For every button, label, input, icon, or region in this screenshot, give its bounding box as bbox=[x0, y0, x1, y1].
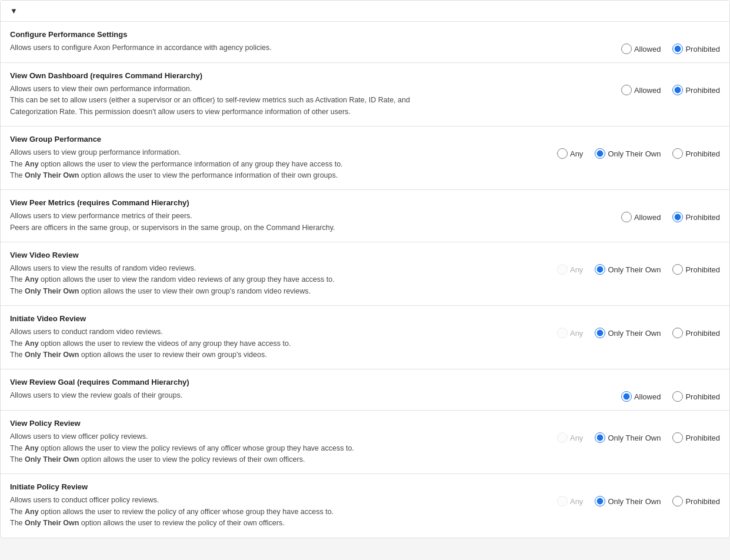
permission-title-initiate-video-review: Initiate Video Review bbox=[10, 314, 720, 323]
radio-allowed-view-peer-metrics[interactable] bbox=[621, 212, 632, 222]
radio-prohibited-view-policy-review[interactable] bbox=[672, 432, 683, 443]
permission-group-initiate-policy-review: Initiate Policy ReviewAllows users to co… bbox=[1, 474, 729, 537]
permission-desc-text-configure-performance: Allows users to configure Axon Performan… bbox=[10, 42, 451, 54]
permission-controls-view-video-review: AnyOnly Their OwnProhibited bbox=[496, 263, 720, 275]
permission-row-initiate-video-review: Allows users to conduct random video rev… bbox=[10, 326, 720, 361]
radio-prohibited-view-own-dashboard[interactable] bbox=[672, 85, 683, 95]
label-any-view-policy-review: Any bbox=[570, 434, 583, 442]
permission-controls-view-group-performance: AnyOnly Their OwnProhibited bbox=[496, 147, 720, 159]
permission-desc-text-view-peer-metrics: Allows users to view performance metrics… bbox=[10, 211, 451, 234]
radio-ownonly-view-policy-review[interactable] bbox=[595, 432, 605, 443]
radio-group-prohibited-initiate-video-review: Prohibited bbox=[672, 328, 720, 338]
label-any-view-video-review: Any bbox=[570, 265, 583, 274]
radio-allowed-configure-performance[interactable] bbox=[621, 44, 632, 54]
radio-group-prohibited-view-group-performance: Prohibited bbox=[672, 148, 720, 159]
radio-group-allowed-view-own-dashboard: Allowed bbox=[621, 85, 661, 95]
permission-desc-view-policy-review: Allows users to view officer policy revi… bbox=[10, 431, 496, 465]
permission-row-view-peer-metrics: Allows users to view performance metrics… bbox=[10, 211, 720, 234]
permission-desc-initiate-video-review: Allows users to conduct random video rev… bbox=[10, 326, 496, 361]
permission-desc-text-view-own-dashboard: Allows users to view their own performan… bbox=[10, 84, 451, 118]
label-prohibited-view-own-dashboard: Prohibited bbox=[685, 86, 720, 95]
permissions-list: Configure Performance SettingsAllows use… bbox=[1, 21, 729, 538]
radio-any-initiate-video-review bbox=[557, 328, 568, 338]
label-prohibited-initiate-video-review: Prohibited bbox=[685, 329, 720, 338]
radio-group-any-view-policy-review: Any bbox=[557, 432, 583, 443]
label-any-initiate-video-review: Any bbox=[570, 329, 583, 338]
permission-desc-text-initiate-policy-review: Allows users to conduct officer policy r… bbox=[10, 495, 451, 529]
radio-group-allowed-view-review-goal: Allowed bbox=[621, 391, 661, 402]
permission-group-view-policy-review: View Policy ReviewAllows users to view o… bbox=[1, 410, 729, 474]
permission-controls-initiate-video-review: AnyOnly Their OwnProhibited bbox=[496, 326, 720, 338]
radio-any-view-group-performance[interactable] bbox=[557, 148, 568, 159]
radio-any-view-policy-review bbox=[557, 432, 568, 443]
label-ownonly-view-group-performance: Only Their Own bbox=[608, 149, 661, 158]
permissions-container: ▼ Configure Performance SettingsAllows u… bbox=[0, 0, 730, 538]
radio-prohibited-initiate-policy-review[interactable] bbox=[672, 496, 683, 506]
permission-title-view-video-review: View Video Review bbox=[10, 251, 720, 259]
permission-group-view-group-performance: View Group PerformanceAllows users to vi… bbox=[1, 126, 729, 189]
radio-group-any-initiate-policy-review: Any bbox=[557, 496, 583, 506]
radio-ownonly-view-group-performance[interactable] bbox=[595, 148, 605, 159]
permission-title-configure-performance: Configure Performance Settings bbox=[10, 30, 720, 39]
radio-ownonly-initiate-video-review[interactable] bbox=[595, 328, 605, 338]
permission-desc-text-view-video-review: Allows users to view the results of rand… bbox=[10, 263, 451, 297]
label-prohibited-view-group-performance: Prohibited bbox=[685, 149, 720, 158]
radio-group-ownonly-view-video-review: Only Their Own bbox=[595, 264, 661, 275]
permission-group-view-video-review: View Video ReviewAllows users to view th… bbox=[1, 242, 729, 305]
permission-desc-text-view-policy-review: Allows users to view officer policy revi… bbox=[10, 431, 451, 465]
radio-group-ownonly-view-policy-review: Only Their Own bbox=[595, 432, 661, 443]
permission-desc-view-peer-metrics: Allows users to view performance metrics… bbox=[10, 211, 496, 234]
radio-group-any-view-group-performance: Any bbox=[557, 148, 583, 159]
permission-desc-text-initiate-video-review: Allows users to conduct random video rev… bbox=[10, 326, 451, 361]
permission-title-initiate-policy-review: Initiate Policy Review bbox=[10, 482, 720, 491]
permission-group-view-own-dashboard: View Own Dashboard (requires Command Hie… bbox=[1, 62, 729, 126]
radio-ownonly-initiate-policy-review[interactable] bbox=[595, 496, 605, 506]
radio-group-prohibited-view-policy-review: Prohibited bbox=[672, 432, 720, 443]
section-header[interactable]: ▼ bbox=[1, 1, 729, 21]
permission-controls-view-own-dashboard: AllowedProhibited bbox=[496, 84, 720, 95]
permission-controls-view-review-goal: AllowedProhibited bbox=[496, 390, 720, 402]
radio-allowed-view-review-goal[interactable] bbox=[621, 391, 632, 402]
permission-group-configure-performance: Configure Performance SettingsAllows use… bbox=[1, 21, 729, 62]
radio-group-prohibited-view-own-dashboard: Prohibited bbox=[672, 85, 720, 95]
permission-title-view-review-goal: View Review Goal (requires Command Hiera… bbox=[10, 378, 720, 386]
label-ownonly-initiate-video-review: Only Their Own bbox=[608, 329, 661, 338]
permission-group-initiate-video-review: Initiate Video ReviewAllows users to con… bbox=[1, 305, 729, 369]
permission-row-view-video-review: Allows users to view the results of rand… bbox=[10, 263, 720, 297]
radio-ownonly-view-video-review[interactable] bbox=[595, 264, 605, 275]
radio-prohibited-configure-performance[interactable] bbox=[672, 44, 683, 54]
permission-group-view-review-goal: View Review Goal (requires Command Hiera… bbox=[1, 369, 729, 410]
radio-prohibited-view-peer-metrics[interactable] bbox=[672, 212, 683, 222]
permission-title-view-group-performance: View Group Performance bbox=[10, 135, 720, 144]
label-allowed-configure-performance: Allowed bbox=[634, 45, 661, 54]
radio-group-allowed-configure-performance: Allowed bbox=[621, 44, 661, 54]
permission-controls-initiate-policy-review: AnyOnly Their OwnProhibited bbox=[496, 495, 720, 506]
permission-desc-text-view-review-goal: Allows users to view the review goals of… bbox=[10, 390, 451, 401]
permission-desc-initiate-policy-review: Allows users to conduct officer policy r… bbox=[10, 495, 496, 529]
radio-group-prohibited-initiate-policy-review: Prohibited bbox=[672, 496, 720, 506]
permission-row-view-policy-review: Allows users to view officer policy revi… bbox=[10, 431, 720, 465]
radio-prohibited-view-review-goal[interactable] bbox=[672, 391, 683, 402]
permission-controls-view-policy-review: AnyOnly Their OwnProhibited bbox=[496, 431, 720, 443]
radio-group-any-initiate-video-review: Any bbox=[557, 328, 583, 338]
label-prohibited-view-review-goal: Prohibited bbox=[685, 392, 720, 401]
label-allowed-view-peer-metrics: Allowed bbox=[634, 213, 661, 222]
radio-prohibited-view-group-performance[interactable] bbox=[672, 148, 683, 159]
permission-controls-configure-performance: AllowedProhibited bbox=[496, 42, 720, 54]
label-prohibited-view-policy-review: Prohibited bbox=[685, 434, 720, 442]
permission-desc-configure-performance: Allows users to configure Axon Performan… bbox=[10, 42, 496, 54]
radio-prohibited-initiate-video-review[interactable] bbox=[672, 328, 683, 338]
permission-desc-text-view-group-performance: Allows users to view group performance i… bbox=[10, 147, 451, 181]
radio-any-view-video-review bbox=[557, 264, 568, 275]
permission-desc-view-video-review: Allows users to view the results of rand… bbox=[10, 263, 496, 297]
permission-row-view-group-performance: Allows users to view group performance i… bbox=[10, 147, 720, 181]
label-ownonly-view-policy-review: Only Their Own bbox=[608, 434, 661, 442]
permission-title-view-policy-review: View Policy Review bbox=[10, 419, 720, 428]
permission-desc-view-group-performance: Allows users to view group performance i… bbox=[10, 147, 496, 181]
label-prohibited-configure-performance: Prohibited bbox=[685, 45, 720, 54]
radio-prohibited-view-video-review[interactable] bbox=[672, 264, 683, 275]
radio-group-ownonly-initiate-policy-review: Only Their Own bbox=[595, 496, 661, 506]
permission-desc-view-review-goal: Allows users to view the review goals of… bbox=[10, 390, 496, 401]
permission-desc-view-own-dashboard: Allows users to view their own performan… bbox=[10, 84, 496, 118]
radio-allowed-view-own-dashboard[interactable] bbox=[621, 85, 632, 95]
